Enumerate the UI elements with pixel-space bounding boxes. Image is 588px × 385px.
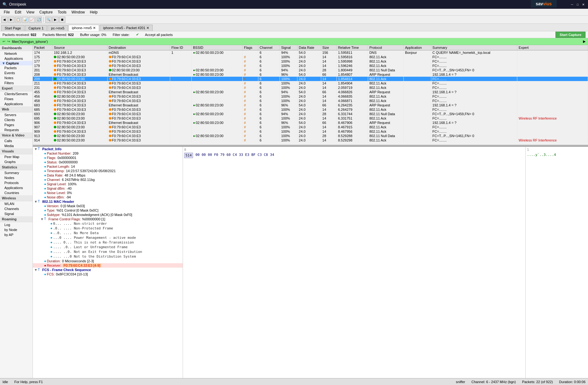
toolbar-stop[interactable]: ⏹ — [59, 17, 65, 23]
sidebar-item-graphs[interactable]: Graphs — [0, 159, 33, 164]
buffer-usage-label: Buffer usage: 0% — [80, 33, 106, 37]
table-row[interactable]: 683 F0:79:60:C4:33:E3 Ethernet Broadcast… — [33, 103, 588, 107]
table-row[interactable]: 685 F0:79:60:C4:33:E3 F0:79:60:C4:33:E3 … — [33, 107, 588, 112]
frame-control-expand[interactable]: ▼ — [40, 217, 44, 221]
sidebar-item-events[interactable]: Events — [0, 70, 33, 75]
start-capture-button[interactable]: Start Capture — [555, 32, 585, 38]
sidebar-item-flows[interactable]: Flows — [0, 96, 33, 101]
table-row[interactable]: 455 F0:79:60:C4:33:E3 Ethernet Broadcast… — [33, 90, 588, 94]
cell-packet-id: 695 — [33, 116, 53, 121]
mac-header-header[interactable]: ▼ T 802.11 MAC Header — [33, 199, 183, 204]
table-row[interactable]: 211 F0:79:60:C4:33:E3 F0:79:60:C4:33:E3 … — [33, 81, 588, 85]
sidebar-item-filters[interactable]: Filters — [0, 80, 33, 85]
table-row[interactable]: 174 192.168.1.2 mDNS 1 ●02:80:50:00:23:0… — [33, 50, 588, 55]
cell-data-rate: 54.0 — [297, 121, 321, 125]
table-row[interactable]: 914 02:80:50:00:23:00 F0:79:60:C4:33:E3 … — [33, 138, 588, 142]
fcs-field-value: 0x8FC3C034 [10-13] — [56, 272, 88, 276]
packet-info-header[interactable]: ▼ T Packet_Info — [33, 147, 183, 151]
sidebar-item-servers[interactable]: Servers — [0, 112, 33, 117]
cell-expert: Wireless RF Interference — [517, 116, 588, 121]
mac-header-expand[interactable]: ▼ — [34, 200, 38, 203]
sidebar-item-pages[interactable]: Pages — [0, 122, 33, 127]
sidebar-item-clients[interactable]: Clients — [0, 117, 33, 122]
sidebar-item-applications2[interactable]: Applications — [0, 101, 33, 106]
sidebar-item-requests[interactable]: Requests — [0, 127, 33, 132]
sidebar-item-summary[interactable]: Summary — [0, 170, 33, 175]
sidebar-item-countries[interactable]: Countries — [0, 190, 33, 195]
menu-capture[interactable]: Capture — [37, 9, 55, 15]
cell-protocol: 802.11 Ack — [368, 138, 403, 142]
table-row[interactable]: 201 F0:79:60:C4:33:E3 02:80:50:00:23:00 … — [33, 68, 588, 72]
tab-capture1[interactable]: Capture 1 — [25, 25, 47, 31]
cell-expert — [517, 50, 588, 55]
menu-view[interactable]: View — [24, 9, 37, 15]
toolbar-btn3[interactable]: 📈 — [29, 17, 35, 23]
sidebar-item-log[interactable]: Log — [0, 222, 33, 227]
table-row[interactable]: 175 02:80:50:00:23:00 F0:79:60:C4:33:E3 … — [33, 55, 588, 59]
cell-summary: FC=........ — [431, 94, 517, 99]
tab-pc-mx5[interactable]: pc->mx5 — [48, 25, 68, 31]
table-row[interactable]: 913 02:80:50:00:23:00 F0:79:60:C4:33:E3 … — [33, 134, 588, 138]
sidebar-item-by-node[interactable]: by Node — [0, 227, 33, 232]
sidebar-section-dashboards: Dashboards — [0, 45, 33, 51]
table-row[interactable]: 695 02:80:50:00:23:00 F0:79:60:C4:33:E3 … — [33, 116, 588, 121]
cell-packet-id: 455 — [33, 90, 53, 94]
sidebar-item-wlan[interactable]: WLAN — [0, 201, 33, 206]
table-row[interactable]: 179 F0:79:60:C4:33:E3 F0:79:60:C4:33:E3 … — [33, 64, 588, 68]
table-row[interactable]: 907 02:80:50:00:23:00 F0:79:60:C4:33:E3 … — [33, 125, 588, 129]
sidebar-item-applications3[interactable]: Applications — [0, 185, 33, 190]
sidebar-item-channels[interactable]: Channels — [0, 206, 33, 211]
table-row[interactable]: 693 02:80:50:00:23:00 F0:79:60:C4:33:E3 … — [33, 112, 588, 116]
sidebar-item-calls[interactable]: Calls — [0, 138, 33, 143]
sidebar-item-network[interactable]: Network — [0, 51, 33, 56]
menu-help[interactable]: Help — [87, 9, 100, 15]
sidebar-item-notes[interactable]: Notes — [0, 75, 33, 80]
cell-channel: 6 — [258, 64, 280, 68]
toolbar-btn2[interactable]: 📊 — [22, 17, 28, 23]
cell-packet-id: 174 — [33, 50, 53, 55]
toolbar-back[interactable]: ◀ — [1, 17, 8, 23]
sidebar-item-peer-map[interactable]: Peer Map — [0, 154, 33, 159]
toolbar-btn1[interactable]: 📋 — [15, 17, 21, 23]
table-row[interactable]: 909 F0:79:60:C4:33:E3 F0:79:60:C4:33:E3 … — [33, 129, 588, 134]
cell-destination: F0:79:60:C4:33:E3 — [107, 85, 170, 90]
fcs-expand[interactable]: ▼ — [34, 268, 38, 272]
sidebar-item-protocols[interactable]: Protocols — [0, 180, 33, 185]
table-row[interactable]: 231 F0:79:60:C4:33:E3 F0:79:60:C4:33:E3 … — [33, 85, 588, 90]
menu-tools[interactable]: Tools — [55, 9, 69, 15]
table-row[interactable]: 456 02:80:50:00:23:00 F0:79:60:C4:33:E3 … — [33, 94, 588, 99]
sidebar-item-nodes[interactable]: Nodes — [0, 175, 33, 180]
sidebar-item-media[interactable]: Media — [0, 143, 33, 148]
close-button[interactable]: ✕ — [581, 2, 585, 7]
sidebar-item-clients-servers[interactable]: Clients/Servers — [0, 91, 33, 96]
tab-iphone-mx5[interactable]: iphone->mx5 ✕ — [68, 25, 99, 31]
maximize-button[interactable]: □ — [575, 2, 580, 7]
toolbar-start[interactable]: ▶ — [52, 17, 58, 23]
toolbar-forward[interactable]: ▶ — [8, 17, 14, 23]
packet-list[interactable]: Packet Source Destination Flow ID BSSID … — [33, 45, 588, 145]
table-row[interactable]: 177 F0:79:60:C4:33:E3 F0:79:60:C4:33:E3 … — [33, 59, 588, 64]
col-header-channel: Channel — [258, 45, 280, 50]
duration-label: Duration: — [47, 259, 61, 263]
table-row[interactable]: 906 F0:79:60:C4:33:E3 Ethernet Broadcast… — [33, 121, 588, 125]
menu-edit[interactable]: Edit — [12, 9, 24, 15]
toolbar-filter[interactable]: 🔍 — [45, 17, 52, 23]
cell-application — [403, 77, 431, 81]
fcs-header[interactable]: ▼ T FCS - Frame Check Sequence — [33, 268, 183, 272]
table-row[interactable]: 208 F0:79:60:C4:33:E3 Ethernet Broadcast… — [33, 72, 588, 77]
minimize-button[interactable]: ─ — [570, 2, 574, 7]
sidebar-item-signal[interactable]: Signal — [0, 211, 33, 216]
table-row[interactable]: 209 02:80:50:00:23:00 F0:79:60:C4:33:E3 … — [33, 77, 588, 81]
sidebar-item-by-ap[interactable]: by AP — [0, 232, 33, 237]
tab-iphone-packet[interactable]: iphone->mx5 - Packet #201 ✕ — [100, 25, 153, 31]
frame-control-header[interactable]: ▼ T Frame Control Flags: %00000000 [1] — [33, 217, 183, 221]
tab-start-page[interactable]: Start Page — [1, 25, 24, 31]
sidebar-item-applications[interactable]: Applications — [0, 56, 33, 61]
packet-info-expand[interactable]: ▼ — [34, 147, 38, 151]
menu-file[interactable]: File — [1, 9, 12, 15]
table-row[interactable]: 458 F0:79:60:C4:33:E3 F0:79:60:C4:33:E3 … — [33, 99, 588, 103]
cell-flags: # — [242, 77, 258, 81]
sidebar-item-packets[interactable]: Packets — [0, 65, 33, 70]
menu-window[interactable]: Window — [69, 9, 88, 15]
toolbar-btn4[interactable]: 🔄 — [36, 17, 42, 23]
